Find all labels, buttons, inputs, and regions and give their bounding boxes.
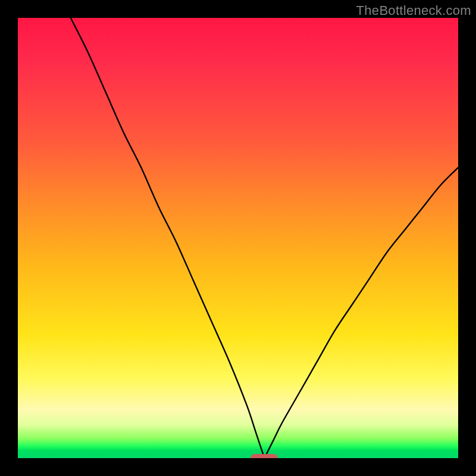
curve-right-path [264, 168, 458, 458]
plot-area [18, 18, 458, 458]
watermark-label: TheBottleneck.com [356, 3, 471, 18]
bottleneck-curve [18, 18, 458, 458]
chart-frame: TheBottleneck.com [0, 0, 476, 476]
curve-left-path [71, 18, 265, 458]
bottleneck-marker [250, 454, 278, 458]
